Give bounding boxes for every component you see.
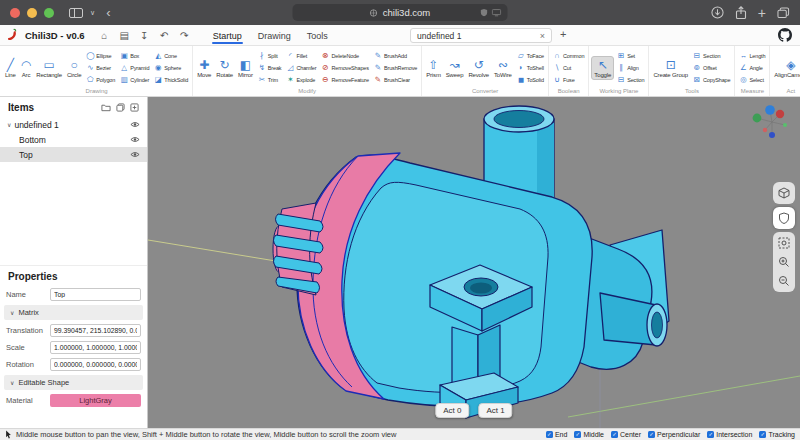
document-icon[interactable]: ▤ [118, 30, 131, 41]
window-minimize-button[interactable] [27, 8, 37, 18]
viewport[interactable]: Act 0Act 1 [148, 97, 800, 428]
download-icon[interactable]: ↧ [138, 30, 151, 41]
ribbon-button-thicksolid[interactable]: ◪ThickSolid [153, 74, 189, 85]
chevron-down-icon[interactable]: ∨ [90, 9, 95, 16]
visibility-eye-icon[interactable] [130, 136, 140, 143]
tree-item-undefined-1[interactable]: ∨undefined 1 [0, 117, 147, 132]
ribbon-button-offset[interactable]: ⊚Offset [692, 62, 731, 73]
ribbon-button-cone[interactable]: ◭Cone [153, 50, 189, 61]
ribbon-button-chamfer[interactable]: ◿Chamfer [285, 62, 317, 73]
share-icon[interactable] [735, 6, 747, 20]
axis-orientation-gizmo[interactable] [746, 100, 796, 146]
ribbon-button-explode[interactable]: ✶Explode [285, 74, 317, 85]
act-button-act-0[interactable]: Act 0 [435, 403, 469, 418]
ribbon-button-ellipse[interactable]: ◯Ellipse [85, 50, 116, 61]
ribbon-button-break[interactable]: ↯Break [257, 62, 283, 73]
redo-icon[interactable]: ↷ [178, 30, 191, 41]
ribbon-button-mirror[interactable]: ◧Mirror [236, 57, 255, 79]
ribbon-button-towire[interactable]: ∾ToWire [492, 57, 514, 79]
github-icon[interactable] [778, 28, 792, 46]
chevron-down-icon[interactable]: ∨ [7, 121, 11, 128]
ribbon-button-angle[interactable]: ∠Angle [738, 62, 766, 73]
view-cube-icon[interactable] [775, 184, 793, 202]
ribbon-button-revolve[interactable]: ↺Revolve [466, 57, 491, 79]
shield-icon[interactable] [773, 207, 795, 229]
home-icon[interactable]: ⌂ [98, 30, 111, 41]
snap-toggle-perpendicular[interactable]: ✓Perpendicular [648, 431, 700, 438]
window-zoom-button[interactable] [44, 8, 54, 18]
translation-field[interactable] [50, 324, 141, 337]
ribbon-button-common[interactable]: ∩Common [552, 50, 585, 61]
stack-icon[interactable] [116, 103, 125, 112]
ribbon-button-rotate[interactable]: ↻Rotate [214, 57, 235, 79]
name-field[interactable] [50, 288, 141, 301]
ribbon-button-align[interactable]: ∥Align [616, 62, 645, 73]
tab-drawing[interactable]: Drawing [257, 28, 292, 43]
tab-overview-icon[interactable] [777, 7, 790, 19]
ribbon-button-create-group[interactable]: ⊡Create Group [651, 57, 690, 79]
tab-tools[interactable]: Tools [306, 28, 329, 43]
ribbon-button-rectangle[interactable]: ▭Rectangle [34, 57, 64, 79]
snap-toggle-middle[interactable]: ✓Middle [574, 431, 604, 438]
ribbon-button-cut[interactable]: ∖Cut [552, 62, 585, 73]
new-tab-icon[interactable]: + [758, 6, 766, 20]
tree-item-bottom[interactable]: Bottom [0, 132, 147, 147]
ribbon-button-toshell[interactable]: ◗ToShell [516, 62, 545, 73]
material-button[interactable]: LightGray [50, 394, 141, 407]
reader-icon[interactable] [492, 8, 502, 17]
ribbon-button-removeshapes[interactable]: ⊘RemoveShapes [320, 62, 370, 73]
ribbon-button-length[interactable]: ↔Length [738, 50, 766, 61]
ribbon-button-polygon[interactable]: ⬠Polygon [85, 74, 116, 85]
ribbon-button-brushclear[interactable]: ✎BrushClear [373, 74, 418, 85]
ribbon-button-move[interactable]: ✚Move [195, 57, 213, 79]
ribbon-button-section[interactable]: ⊟Section [692, 50, 731, 61]
add-folder-icon[interactable] [101, 103, 111, 112]
close-icon[interactable]: × [540, 31, 545, 41]
tab-startup[interactable]: Startup [212, 28, 243, 43]
back-icon[interactable]: ‹ [106, 6, 110, 19]
tree-item-top[interactable]: Top [0, 147, 147, 162]
privacy-icon[interactable] [480, 8, 489, 17]
act-button-act-1[interactable]: Act 1 [479, 403, 513, 418]
ribbon-button-fillet[interactable]: ◜Fillet [285, 50, 317, 61]
snap-toggle-intersection[interactable]: ✓Intersection [707, 431, 752, 438]
zoom-in-icon[interactable] [775, 253, 793, 271]
zoom-out-icon[interactable] [775, 272, 793, 290]
ribbon-button-box[interactable]: ▣Box [119, 50, 150, 61]
visibility-eye-icon[interactable] [130, 151, 140, 158]
snap-toggle-tracking[interactable]: ✓Tracking [759, 431, 795, 438]
ribbon-button-fuse[interactable]: ∪Fuse [552, 74, 585, 85]
new-document-button[interactable]: + [560, 28, 566, 40]
ribbon-button-arc[interactable]: ◠Arc [19, 57, 33, 79]
ribbon-button-tosolid[interactable]: ◼ToSolid [516, 74, 545, 85]
ribbon-button-circle[interactable]: ○Circle [65, 57, 83, 79]
expand-icon[interactable] [130, 103, 139, 112]
rotation-field[interactable] [50, 358, 141, 371]
fit-view-icon[interactable] [775, 234, 793, 252]
ribbon-button-toface[interactable]: ▱ToFace [516, 50, 545, 61]
document-tab[interactable]: undefined 1 × [410, 28, 552, 43]
ribbon-button-brushremove[interactable]: ✎BrushRemove [373, 62, 418, 73]
window-close-button[interactable] [10, 8, 20, 18]
ribbon-button-copyshape[interactable]: ⊠CopyShape [692, 74, 731, 85]
ribbon-button-trim[interactable]: ✂Trim [257, 74, 283, 85]
snap-toggle-end[interactable]: ✓End [546, 431, 567, 438]
undo-icon[interactable]: ↶ [158, 30, 171, 41]
ribbon-button-section[interactable]: ⊟Section [616, 74, 645, 85]
ribbon-button-sweep[interactable]: ↝Sweep [444, 57, 466, 79]
ribbon-button-toggle[interactable]: ↖Toggle [591, 56, 614, 80]
sidebar-icon[interactable] [69, 8, 83, 18]
ribbon-button-removefeature[interactable]: ⊖RemoveFeature [320, 74, 370, 85]
matrix-section-header[interactable]: ∨ Matrix [4, 305, 143, 320]
ribbon-button-set[interactable]: ⊞Set [616, 50, 645, 61]
ribbon-button-cylinder[interactable]: ▥Cylinder [119, 74, 150, 85]
ribbon-button-select[interactable]: ◎Select [738, 74, 766, 85]
scale-field[interactable] [50, 341, 141, 354]
ribbon-button-sphere[interactable]: ◉Sphere [153, 62, 189, 73]
ribbon-button-bezier[interactable]: ∿Bezier [85, 62, 116, 73]
snap-toggle-center[interactable]: ✓Center [611, 431, 641, 438]
ribbon-button-deletenode[interactable]: ⊗DeleteNode [320, 50, 370, 61]
model-3d-canvas[interactable] [148, 97, 800, 428]
ribbon-button-aligncamera[interactable]: ◈AlignCamera [772, 57, 800, 79]
visibility-eye-icon[interactable] [130, 121, 140, 128]
